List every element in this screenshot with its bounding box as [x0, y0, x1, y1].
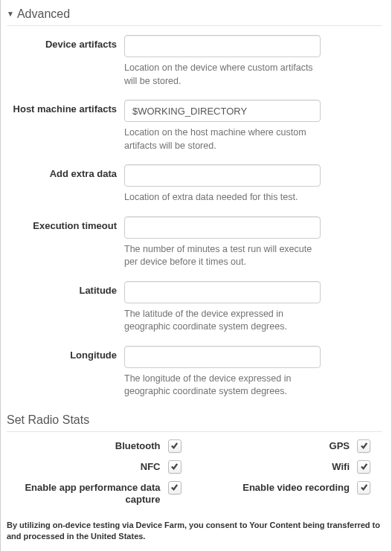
check-icon: [360, 442, 368, 450]
advanced-section-title: Advanced: [17, 7, 70, 21]
check-icon: [170, 483, 179, 492]
help-execution-timeout: The number of minutes a test run will ex…: [124, 243, 325, 269]
label-app-perf: Enable app performance data capture: [7, 481, 161, 507]
label-gps: GPS: [330, 439, 350, 453]
advanced-section-header[interactable]: ▼ Advanced: [7, 4, 382, 26]
checkbox-app-perf[interactable]: [168, 481, 181, 494]
checkbox-video-rec[interactable]: [357, 481, 370, 494]
radio-item-video-rec: Enable video recording: [196, 481, 371, 507]
check-icon: [360, 463, 368, 471]
label-latitude: Latitude: [7, 280, 124, 296]
input-latitude[interactable]: [124, 281, 321, 303]
checkbox-nfc[interactable]: [168, 460, 181, 474]
checkbox-gps[interactable]: [357, 439, 370, 453]
help-add-extra-data: Location of extra data needed for this t…: [124, 191, 325, 204]
input-longitude[interactable]: [124, 346, 321, 368]
check-icon: [360, 483, 368, 492]
row-host-machine-artifacts: Host machine artifacts Location on the h…: [7, 98, 382, 160]
radio-item-nfc: NFC: [7, 460, 181, 474]
label-bluetooth: Bluetooth: [115, 439, 161, 453]
row-latitude: Latitude The latitude of the device expr…: [7, 280, 382, 341]
help-host-machine-artifacts: Location on the host machine where custo…: [124, 126, 325, 152]
check-icon: [170, 463, 179, 471]
label-wifi: Wifi: [332, 460, 350, 474]
label-host-machine-artifacts: Host machine artifacts: [7, 98, 124, 115]
radio-item-wifi: Wifi: [196, 460, 371, 474]
help-latitude: The latitude of the device expressed in …: [124, 308, 325, 334]
row-longitude: Longitude The longitude of the device ex…: [7, 344, 382, 406]
input-device-artifacts[interactable]: [124, 35, 321, 57]
help-longitude: The longitude of the device expressed in…: [124, 373, 325, 399]
radio-stats-header: Set Radio Stats: [7, 410, 382, 432]
label-nfc: NFC: [141, 460, 161, 474]
input-host-machine-artifacts[interactable]: [124, 100, 321, 122]
radio-stats-grid: Bluetooth GPS NFC Wifi Enable app perfor: [7, 439, 382, 507]
label-device-artifacts: Device artifacts: [7, 33, 124, 50]
label-longitude: Longitude: [7, 344, 124, 361]
check-icon: [170, 442, 179, 450]
label-add-extra-data: Add extra data: [7, 163, 124, 179]
radio-item-app-perf: Enable app performance data capture: [7, 481, 181, 507]
radio-stats-title: Set Radio Stats: [7, 413, 89, 427]
radio-item-bluetooth: Bluetooth: [7, 439, 181, 453]
row-device-artifacts: Device artifacts Location on the device …: [7, 33, 382, 95]
input-add-extra-data[interactable]: [124, 164, 321, 187]
checkbox-wifi[interactable]: [357, 460, 370, 474]
caret-down-icon: ▼: [7, 10, 14, 18]
consent-text: By utilizing on-device testing via Devic…: [7, 520, 382, 542]
radio-item-gps: GPS: [196, 439, 371, 453]
label-video-rec: Enable video recording: [242, 481, 350, 494]
row-execution-timeout: Execution timeout The number of minutes …: [7, 215, 382, 277]
row-add-extra-data: Add extra data Location of extra data ne…: [7, 163, 382, 212]
help-device-artifacts: Location on the device where custom arti…: [124, 62, 325, 88]
checkbox-bluetooth[interactable]: [168, 439, 181, 453]
input-execution-timeout[interactable]: [124, 216, 321, 239]
label-execution-timeout: Execution timeout: [7, 215, 124, 231]
